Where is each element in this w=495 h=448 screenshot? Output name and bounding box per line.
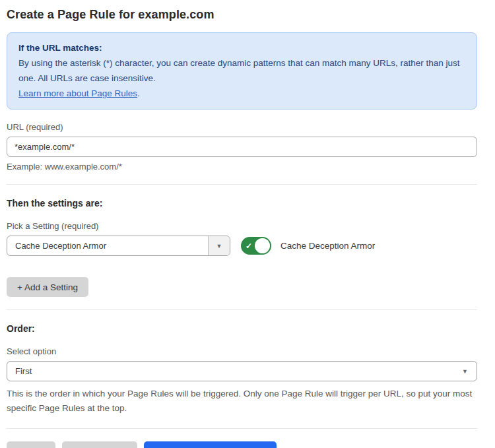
check-icon: ✓ xyxy=(246,241,252,249)
divider xyxy=(7,184,477,185)
add-setting-button[interactable]: + Add a Setting xyxy=(7,277,88,297)
url-input[interactable] xyxy=(7,137,477,157)
order-select-value: First xyxy=(7,362,462,381)
page-title: Create a Page Rule for example.com xyxy=(7,8,477,22)
order-section-heading: Order: xyxy=(7,323,477,334)
setting-toggle[interactable]: ✓ xyxy=(241,237,271,255)
divider xyxy=(7,309,477,310)
divider xyxy=(7,428,477,429)
settings-section-heading: Then the settings are: xyxy=(7,198,477,208)
info-box-body: By using the asterisk (*) character, you… xyxy=(18,55,465,86)
save-draft-button[interactable]: Save as Draft xyxy=(62,441,137,448)
info-box-heading: If the URL matches: xyxy=(18,40,465,55)
setting-row: Cache Deception Armor ▼ ✓ Cache Deceptio… xyxy=(7,236,477,256)
url-label: URL (required) xyxy=(7,122,477,132)
learn-more-link[interactable]: Learn more about Page Rules xyxy=(18,88,137,98)
setting-select[interactable]: Cache Deception Armor ▼ xyxy=(7,236,230,256)
link-suffix: . xyxy=(137,88,140,98)
info-box-link-line: Learn more about Page Rules. xyxy=(18,86,465,101)
save-deploy-button[interactable]: Save and Deploy Page Rule xyxy=(144,441,277,448)
chevron-down-icon[interactable]: ▼ xyxy=(208,236,230,255)
order-select-label: Select option xyxy=(7,346,477,356)
pick-setting-label: Pick a Setting (required) xyxy=(7,221,477,231)
order-select[interactable]: First ▼ xyxy=(7,361,477,381)
toggle-knob xyxy=(255,238,270,253)
url-match-info-box: If the URL matches: By using the asteris… xyxy=(7,32,477,110)
footer-actions: Cancel Save as Draft Save and Deploy Pag… xyxy=(7,441,477,448)
chevron-down-icon: ▼ xyxy=(462,362,477,381)
url-example-helper: Example: www.example.com/* xyxy=(7,162,477,172)
setting-select-value: Cache Deception Armor xyxy=(7,236,208,255)
create-page-rule-form: Create a Page Rule for example.com If th… xyxy=(7,8,477,448)
setting-toggle-label: Cache Deception Armor xyxy=(280,241,375,251)
order-helper-text: This is the order in which your Page Rul… xyxy=(7,387,477,416)
cancel-button[interactable]: Cancel xyxy=(7,441,55,448)
